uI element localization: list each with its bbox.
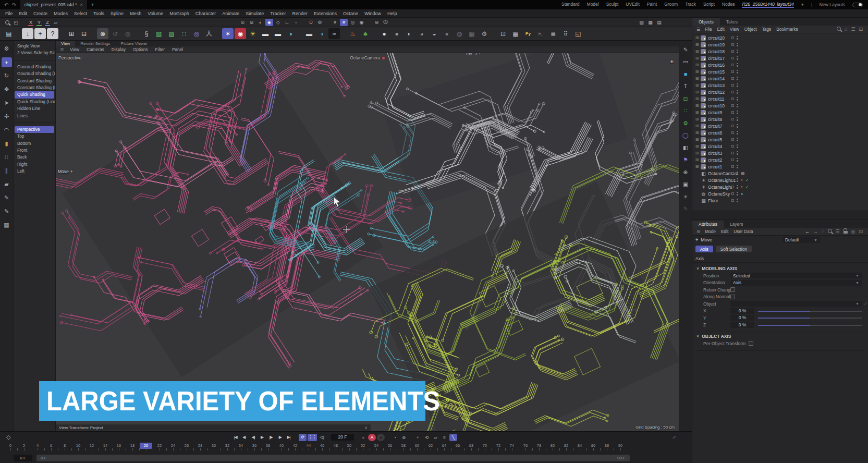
torus-icon[interactable]: ◯ xyxy=(681,131,690,140)
enable-toggle[interactable] xyxy=(731,98,734,100)
range-start-field[interactable]: 0 F xyxy=(14,455,32,461)
object-row-circuit8[interactable]: ⊞circuit8 xyxy=(692,116,868,123)
parameter-record-toggle[interactable]: ▱ xyxy=(432,434,439,441)
target-solid-icon[interactable]: ◉ xyxy=(358,19,365,26)
go-to-start-button[interactable]: |◀ xyxy=(231,434,239,441)
attributes-menu-mode[interactable]: Mode xyxy=(702,229,718,234)
expand-icon[interactable]: ⊞ xyxy=(695,117,699,121)
viewport-tab-render-settings[interactable]: Render Settings xyxy=(75,41,115,46)
generator-gear-icon[interactable]: ⚙ xyxy=(681,118,690,127)
boole-icon[interactable]: ◧ xyxy=(681,143,690,152)
menu-select[interactable]: Select xyxy=(71,11,90,16)
view-option-top[interactable]: Top xyxy=(14,133,55,140)
slider-z[interactable] xyxy=(758,325,862,326)
objects-menu-bookmarks[interactable]: Bookmarks xyxy=(774,27,801,32)
camera-object-icon[interactable]: ▣ xyxy=(681,180,690,189)
objects-tab-objects[interactable]: Objects xyxy=(692,18,720,26)
view-option-constant-shading-lines[interactable]: Constant Shading (Lines) xyxy=(14,84,55,91)
view-option-single-view[interactable]: Single View xyxy=(14,43,55,50)
expand-icon[interactable]: ⊞ xyxy=(695,35,699,40)
enable-toggle[interactable] xyxy=(731,70,734,73)
material-half-icon[interactable]: ◐ xyxy=(404,28,415,39)
view-option-front[interactable]: Front xyxy=(14,147,55,154)
search-icon[interactable] xyxy=(837,27,841,32)
menu-tracker[interactable]: Tracker xyxy=(267,11,289,16)
popout-icon[interactable]: ⊡ xyxy=(859,27,863,32)
object-row-circuit15[interactable]: ⊞circuit15 xyxy=(692,68,868,75)
enable-toggle[interactable] xyxy=(731,159,734,161)
previous-key-button[interactable]: ◀· xyxy=(240,434,248,441)
brush-tool-icon[interactable]: ✎ xyxy=(2,193,12,203)
dropdown-position[interactable]: Selected▼ xyxy=(730,273,862,278)
objects-menu-object[interactable]: Object xyxy=(742,27,760,32)
view-option-left[interactable]: Left xyxy=(14,168,55,175)
visibility-dots[interactable] xyxy=(737,56,738,61)
expand-icon[interactable]: ⊞ xyxy=(695,90,699,94)
range-slider[interactable]: 0 F 90 F xyxy=(36,455,630,461)
object-row-circuit2[interactable]: ⊞circuit2 xyxy=(692,156,868,163)
play-button[interactable]: ▶ xyxy=(258,434,266,441)
object-row-circuit10[interactable]: ⊞circuit10 xyxy=(692,102,868,109)
visibility-dots[interactable] xyxy=(737,178,738,183)
render-view-icon[interactable]: ▧ xyxy=(638,19,645,26)
enable-toggle[interactable] xyxy=(731,77,734,80)
enable-toggle[interactable] xyxy=(731,64,734,66)
spline-rings-icon[interactable]: ◎ xyxy=(191,28,202,39)
enable-toggle[interactable] xyxy=(731,199,734,202)
visibility-dots[interactable] xyxy=(737,144,738,149)
object-row-circuit5[interactable]: ⊞circuit5 xyxy=(692,136,868,143)
autokeying-button[interactable]: A xyxy=(368,434,376,441)
key-track-toggle[interactable]: ⋮⋮ xyxy=(308,434,317,441)
scatter-icon[interactable]: ≈ xyxy=(328,28,340,39)
visibility-dots[interactable] xyxy=(737,151,738,156)
position-record-toggle[interactable]: ◔ xyxy=(391,434,399,441)
expand-icon[interactable]: ⊞ xyxy=(695,130,699,135)
expand-icon[interactable]: ⊞ xyxy=(695,63,699,67)
visibility-dots[interactable] xyxy=(737,158,738,163)
area-light-plus-icon[interactable]: ▬ xyxy=(272,28,284,39)
python-icon[interactable]: Py xyxy=(522,28,534,39)
object-row-circuit14[interactable]: ⊞circuit14 xyxy=(692,75,868,82)
view-option-quick-shading[interactable]: Quick Shading xyxy=(15,91,54,98)
menu-create[interactable]: Create xyxy=(30,11,51,16)
visibility-dots[interactable] xyxy=(737,172,738,176)
up-icon[interactable]: ↑ xyxy=(822,229,824,234)
document-tab[interactable]: chipset_present_005.c4d * × xyxy=(20,0,87,9)
home-icon[interactable]: ⌂ xyxy=(845,27,847,32)
expand-icon[interactable]: ⊞ xyxy=(695,144,699,149)
objects-menu-view[interactable]: View xyxy=(727,27,742,32)
view-option-right[interactable]: Right xyxy=(14,161,55,168)
tool-settings-icon[interactable]: ⚙ xyxy=(2,44,12,54)
window-export-icon[interactable]: ⊡ xyxy=(497,28,509,39)
menu-edit[interactable]: Edit xyxy=(16,11,31,16)
object-row-circuit7[interactable]: ⊞circuit7 xyxy=(692,123,868,129)
menu-volume[interactable]: Volume xyxy=(144,11,166,16)
subtab-soft-selection[interactable]: Soft Selection xyxy=(716,246,752,252)
edge-mode-icon[interactable]: ∥ xyxy=(2,166,12,176)
expand-icon[interactable]: ⊞ xyxy=(695,103,699,108)
menu-octane[interactable]: Octane xyxy=(340,11,361,16)
corner-icon[interactable]: ∟ xyxy=(283,19,291,26)
visibility-dots[interactable] xyxy=(737,165,738,169)
popout-icon[interactable]: ⊡ xyxy=(859,229,863,234)
dot-mode-icon[interactable]: ▫ xyxy=(292,19,300,26)
visibility-dots[interactable] xyxy=(737,124,738,129)
layout-tab-nodes[interactable]: Nodes xyxy=(722,2,735,8)
object-row-circuit17[interactable]: ⊞circuit17 xyxy=(692,55,868,62)
play-take-icon[interactable]: ⊟ xyxy=(78,28,90,39)
material-quarter-icon[interactable]: ◕ xyxy=(416,28,427,39)
scale-tool-icon[interactable]: ✥ xyxy=(2,84,12,94)
menu-spline[interactable]: Spline xyxy=(107,11,127,16)
rotate-tool-icon[interactable]: ↻ xyxy=(2,71,12,81)
polygon-mode-icon[interactable]: ▰ xyxy=(2,179,12,189)
loop-toggle[interactable]: ⟳ xyxy=(299,434,307,441)
object-row-circuit13[interactable]: ⊞circuit13 xyxy=(692,82,868,89)
filter-icon[interactable]: ☰ xyxy=(836,229,840,234)
point-record-toggle[interactable]: + xyxy=(414,434,422,441)
script-log-icon[interactable]: ≣ xyxy=(547,28,559,39)
view-option-bottom[interactable]: Bottom xyxy=(14,140,55,147)
layout-tab-script[interactable]: Script xyxy=(703,2,715,8)
enable-toggle[interactable] xyxy=(731,186,734,188)
y-axis-lock-toggle[interactable]: Y xyxy=(35,20,43,25)
enable-toggle[interactable] xyxy=(731,111,734,114)
